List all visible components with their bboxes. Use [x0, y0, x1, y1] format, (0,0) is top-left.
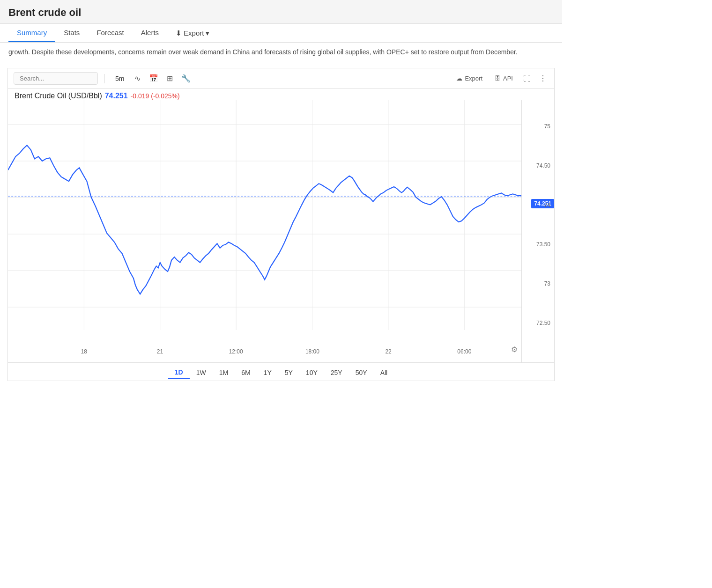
range-10y[interactable]: 10Y — [299, 367, 324, 378]
chart-area: 18 21 12:00 18:00 22 06:00 ⚙ — [8, 100, 521, 362]
add-indicator-icon[interactable]: ⊞ — [165, 72, 175, 85]
description-text: growth. Despite these developments, conc… — [0, 43, 562, 62]
range-1w[interactable]: 1W — [190, 367, 213, 378]
price-tag: 74.251 — [531, 199, 554, 208]
range-6m[interactable]: 6M — [235, 367, 257, 378]
price-chart-svg — [8, 100, 521, 344]
export-btn-label: Export — [465, 75, 482, 82]
x-label-18: 18 — [81, 348, 87, 355]
chart-body: 18 21 12:00 18:00 22 06:00 ⚙ 75 74.50 74… — [8, 100, 554, 362]
y-label-73: 73 — [544, 280, 550, 287]
tabs-bar: Summary Stats Forecast Alerts ⬇ Export ▾ — [0, 24, 562, 43]
tab-forecast[interactable]: Forecast — [88, 24, 132, 42]
cloud-icon: ☁ — [456, 75, 462, 82]
instrument-name: Brent Crude Oil (USD/Bbl) — [15, 92, 102, 100]
x-label-22: 22 — [385, 348, 391, 355]
x-label-1800: 18:00 — [305, 348, 319, 355]
change-pct: (-0.025%) — [151, 92, 179, 100]
chart-toolbar: 5m ∿ 📅 ⊞ 🔧 ☁ Export 🗄 API ⛶ ⋮ — [8, 68, 554, 89]
current-price: 74.251 — [105, 92, 128, 100]
y-label-7250: 72.50 — [536, 320, 550, 326]
y-axis: 75 74.50 74.251 74 73.50 73 72.50 — [521, 100, 554, 362]
more-options-icon[interactable]: ⋮ — [537, 72, 549, 85]
change-value: -0.019 — [131, 92, 149, 100]
y-label-74: 74 — [544, 202, 550, 208]
y-label-75: 75 — [544, 123, 550, 130]
export-button[interactable]: ☁ Export — [452, 73, 486, 84]
api-button[interactable]: 🗄 API — [491, 73, 517, 84]
x-axis: 18 21 12:00 18:00 22 06:00 ⚙ — [8, 344, 521, 357]
download-icon: ⬇ — [176, 29, 182, 37]
tab-stats[interactable]: Stats — [55, 24, 88, 42]
price-line — [8, 145, 521, 294]
fullscreen-icon[interactable]: ⛶ — [521, 73, 533, 85]
tab-summary[interactable]: Summary — [8, 24, 55, 42]
chart-settings-icon[interactable]: ⚙ — [511, 345, 518, 354]
y-label-7350: 73.50 — [536, 241, 550, 248]
page-title: Brent crude oil — [0, 0, 562, 24]
range-1m[interactable]: 1M — [213, 367, 235, 378]
chart-label-row: Brent Crude Oil (USD/Bbl) 74.251 -0.019 … — [8, 89, 554, 100]
range-25y[interactable]: 25Y — [324, 367, 349, 378]
range-1y[interactable]: 1Y — [257, 367, 278, 378]
api-btn-label: API — [503, 75, 513, 82]
range-5y[interactable]: 5Y — [278, 367, 299, 378]
range-all[interactable]: All — [374, 367, 394, 378]
calendar-icon[interactable]: 📅 — [147, 72, 160, 85]
export-label: Export — [184, 29, 204, 37]
tab-alerts[interactable]: Alerts — [133, 24, 167, 42]
x-label-0600: 06:00 — [457, 348, 471, 355]
time-range-bar: 1D 1W 1M 6M 1Y 5Y 10Y 25Y 50Y All — [8, 362, 554, 381]
wrench-icon[interactable]: 🔧 — [179, 72, 193, 85]
x-label-1200: 12:00 — [229, 348, 243, 355]
export-tab[interactable]: ⬇ Export ▾ — [167, 24, 218, 42]
chart-container: 5m ∿ 📅 ⊞ 🔧 ☁ Export 🗄 API ⛶ ⋮ Brent Crud… — [7, 68, 555, 381]
database-icon: 🗄 — [495, 75, 501, 82]
line-chart-icon[interactable]: ∿ — [133, 72, 142, 85]
time-interval-btn[interactable]: 5m — [111, 73, 128, 84]
search-input[interactable] — [14, 72, 98, 85]
x-label-21: 21 — [157, 348, 163, 355]
price-change: -0.019 (-0.025%) — [131, 92, 180, 100]
range-50y[interactable]: 50Y — [349, 367, 374, 378]
range-1d[interactable]: 1D — [168, 367, 190, 379]
y-label-7450: 74.50 — [536, 162, 550, 169]
chevron-down-icon: ▾ — [206, 29, 209, 37]
toolbar-divider — [104, 74, 105, 83]
